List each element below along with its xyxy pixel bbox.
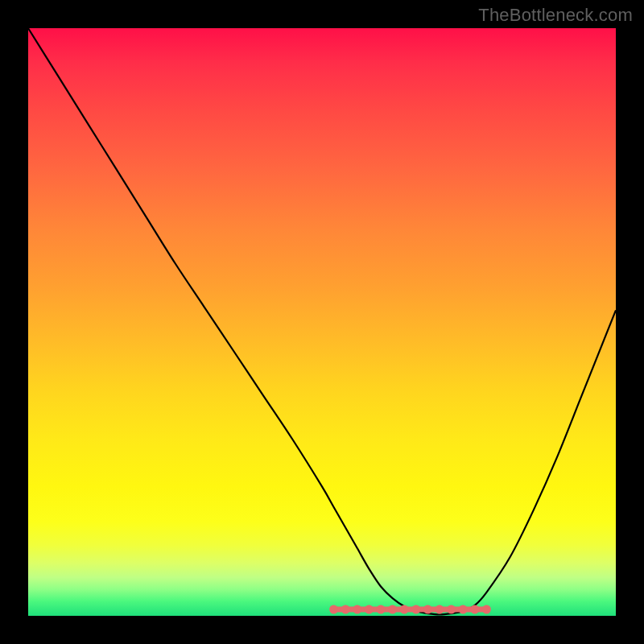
safe-zone-dot (482, 605, 491, 614)
safe-zone-dot (447, 605, 456, 614)
safe-zone-dot (365, 605, 374, 614)
safe-zone-dot (470, 605, 479, 614)
safe-zone-dot (423, 605, 432, 614)
plot-area (28, 28, 616, 616)
watermark-text: TheBottleneck.com (478, 5, 633, 26)
safe-zone-dot (459, 605, 468, 614)
safe-zone-dot (329, 605, 338, 614)
safe-zone-dot (341, 605, 350, 614)
curve-svg (28, 28, 616, 616)
safe-zone-dot (388, 605, 397, 614)
safe-zone-dot (377, 605, 386, 614)
safe-zone-dot (436, 605, 444, 614)
chart-frame: TheBottleneck.com (0, 0, 644, 644)
safe-zone-dot (400, 605, 409, 614)
safe-zone-dot (353, 605, 361, 614)
bottleneck-curve (28, 28, 616, 615)
safe-zone-dot (411, 605, 420, 614)
